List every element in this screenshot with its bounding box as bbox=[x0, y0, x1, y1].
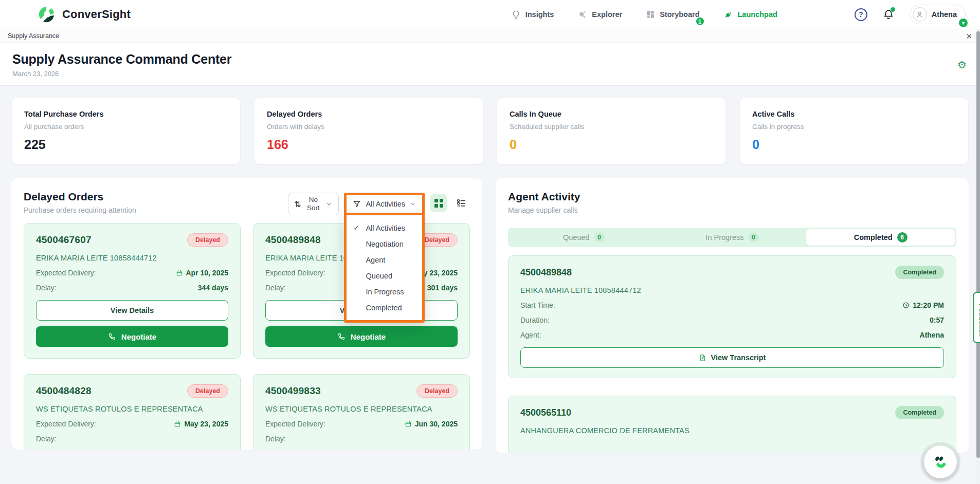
view-details-button[interactable]: View Details bbox=[36, 300, 228, 321]
supplier-name: ANHANGUERA COMERCIO DE FERRAMENTAS bbox=[520, 426, 944, 435]
brand-name: ConverSight bbox=[62, 8, 131, 21]
order-id: 4500499833 bbox=[265, 385, 321, 397]
stat-title: Active Calls bbox=[752, 110, 956, 118]
supplier-name: ERIKA MARIA LEITE 10858444712 bbox=[520, 286, 944, 294]
menu-item-label: Completed bbox=[366, 304, 402, 312]
brand-logo[interactable]: ConverSight bbox=[38, 5, 131, 24]
phone-icon bbox=[337, 332, 346, 341]
phone-icon bbox=[108, 332, 116, 341]
clock-icon bbox=[902, 302, 910, 309]
menu-item-label: All Activities bbox=[366, 224, 405, 232]
tab-count-badge: 0 bbox=[594, 232, 605, 243]
stat-title: Calls In Queue bbox=[510, 110, 713, 118]
agent-activity-tabs: Queued 0 In Progress 0 Completed 6 bbox=[508, 228, 956, 247]
nav-item-launchpad[interactable]: Launchpad bbox=[723, 10, 777, 20]
avatar bbox=[913, 7, 927, 22]
nav-label: Explorer bbox=[592, 10, 622, 18]
calendar-icon bbox=[405, 420, 412, 427]
explorer-icon bbox=[577, 10, 587, 20]
feedback-label: Feedback bbox=[977, 304, 980, 337]
stat-value: 0 bbox=[752, 137, 956, 152]
menu-item-agent[interactable]: Agent bbox=[347, 252, 422, 268]
nav-label: Launchpad bbox=[738, 10, 777, 18]
menu-item-label: Agent bbox=[366, 256, 385, 264]
grid-view-icon bbox=[434, 199, 443, 208]
sort-select[interactable]: ⇅ No Sort bbox=[288, 193, 339, 215]
user-menu[interactable]: Athena ▼ bbox=[910, 5, 966, 24]
agent-activity-title: Agent Activity bbox=[508, 191, 956, 203]
view-transcript-button[interactable]: View Transcript bbox=[520, 347, 944, 368]
help-icon[interactable]: ? bbox=[855, 8, 867, 21]
calendar-icon bbox=[176, 269, 183, 276]
tab-label: In Progress bbox=[705, 233, 743, 241]
agent-value: Athena bbox=[920, 331, 944, 339]
assistant-floating-button[interactable] bbox=[924, 445, 957, 478]
tab-in-progress[interactable]: In Progress 0 bbox=[658, 229, 807, 246]
stat-card-calls-in-queue: Calls In Queue Scheduled supplier calls … bbox=[497, 98, 726, 164]
activities-dropdown-menu: ✓ All Activities Negotiation Agent Queue… bbox=[344, 213, 425, 323]
stats-row: Total Purchase Orders All purchase order… bbox=[11, 98, 969, 164]
stat-card-delayed-orders: Delayed Orders Orders with delays 166 bbox=[254, 98, 483, 164]
agent-activity-subtitle: Manage supplier calls bbox=[508, 206, 956, 214]
close-icon[interactable]: ✕ bbox=[966, 32, 972, 40]
calendar-icon bbox=[174, 420, 181, 427]
tab-label: Completed bbox=[854, 233, 893, 241]
sort-label: No Sort bbox=[304, 196, 322, 212]
expected-delivery-label: Expected Delivery: bbox=[36, 269, 96, 277]
list-view-toggle[interactable] bbox=[452, 194, 470, 212]
conversight-logo-icon bbox=[38, 5, 57, 24]
menu-item-negotiation[interactable]: Negotiation bbox=[347, 236, 422, 252]
document-tab-bar: Supply Assurance ✕ bbox=[0, 29, 980, 43]
notifications-button[interactable] bbox=[883, 9, 894, 20]
activities-filter-button[interactable]: All Activities bbox=[347, 195, 422, 213]
feedback-tab[interactable]: Feedback bbox=[973, 292, 980, 343]
order-card: 4500499833 Delayed WS ETIQUETAS ROTULOS … bbox=[253, 374, 470, 450]
person-icon bbox=[915, 10, 924, 19]
stat-value: 225 bbox=[24, 137, 228, 152]
navbar-right: ? Athena ▼ bbox=[855, 5, 966, 24]
order-id: 4500484828 bbox=[36, 385, 92, 397]
check-icon: ✓ bbox=[353, 224, 359, 232]
tab-label: Queued bbox=[563, 233, 590, 241]
stat-title: Total Purchase Orders bbox=[24, 110, 228, 118]
nav-item-explorer[interactable]: Explorer bbox=[577, 10, 622, 20]
tab-completed[interactable]: Completed 6 bbox=[806, 229, 955, 246]
activities-filter-label: All Activities bbox=[366, 200, 405, 208]
menu-item-completed[interactable]: Completed bbox=[347, 300, 422, 315]
sort-arrows-icon: ⇅ bbox=[294, 199, 301, 209]
delayed-orders-title: Delayed Orders bbox=[24, 191, 136, 203]
negotiate-button[interactable]: Negotiate bbox=[36, 326, 228, 347]
stat-value: 0 bbox=[510, 137, 713, 152]
stat-subtitle: All purchase orders bbox=[24, 123, 228, 131]
menu-item-in-progress[interactable]: In Progress bbox=[347, 284, 422, 300]
gear-icon[interactable]: ⚙ bbox=[957, 59, 967, 71]
agent-label: Agent: bbox=[520, 331, 541, 339]
status-badge: Completed bbox=[895, 406, 944, 419]
start-time-value: 12:20 PM bbox=[902, 301, 944, 309]
chevron-down-icon bbox=[325, 200, 333, 208]
launchpad-rocket-icon bbox=[723, 10, 733, 20]
status-badge: Completed bbox=[895, 266, 944, 279]
supplier-name: WS ETIQUETAS ROTULOS E REPRESENTACA bbox=[36, 405, 228, 413]
chevron-down-icon: ▼ bbox=[959, 18, 968, 27]
agent-activity-panel: Agent Activity Manage supplier calls Que… bbox=[496, 178, 969, 453]
page-header: Supply Assurance Command Center March 23… bbox=[0, 43, 980, 86]
document-icon bbox=[699, 354, 706, 362]
duration-value: 0:57 bbox=[930, 316, 944, 324]
nav-item-insights[interactable]: Insights bbox=[511, 10, 554, 20]
agent-call-card: 4500565110 Completed ANHANGUERA COMERCIO… bbox=[508, 396, 956, 453]
expected-delivery-value: Apr 10, 2025 bbox=[176, 269, 229, 277]
tab-queued[interactable]: Queued 0 bbox=[510, 229, 658, 246]
grid-view-toggle[interactable] bbox=[430, 194, 447, 212]
negotiate-button[interactable]: Negotiate bbox=[265, 326, 458, 347]
tab-count-badge: 0 bbox=[749, 232, 759, 243]
menu-item-all-activities[interactable]: ✓ All Activities bbox=[347, 220, 422, 236]
supplier-name: ERIKA MARIA LEITE 10858444712 bbox=[36, 254, 228, 262]
insights-icon bbox=[511, 10, 521, 20]
menu-item-queued[interactable]: Queued bbox=[347, 268, 422, 284]
tab-supply-assurance[interactable]: Supply Assurance bbox=[8, 32, 59, 40]
scrollbar-thumb[interactable] bbox=[976, 31, 980, 458]
expected-delivery-label: Expected Delivery: bbox=[265, 269, 325, 277]
activities-filter-highlight: All Activities ✓ All Activities Negotiat… bbox=[344, 193, 425, 215]
nav-item-storyboard[interactable]: Storyboard 1 bbox=[646, 10, 699, 19]
